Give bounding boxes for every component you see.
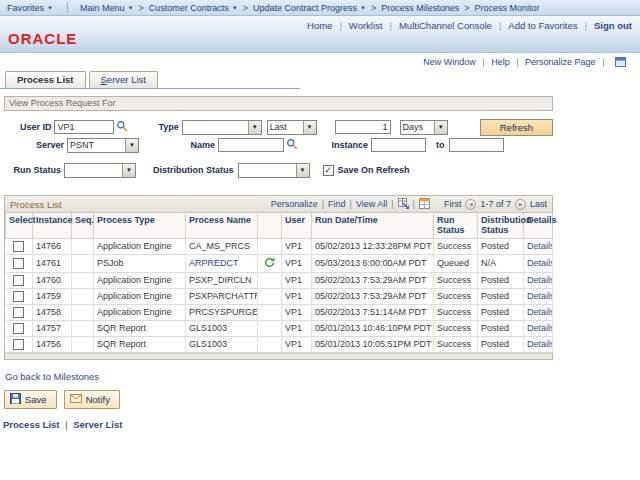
user-id-lookup-icon[interactable] xyxy=(116,120,128,134)
download-grid-icon[interactable] xyxy=(398,198,409,211)
go-back-to-milestones-link[interactable]: Go back to Milestones xyxy=(5,371,99,382)
breadcrumb-process-milestones[interactable]: Process Milestones xyxy=(381,3,459,13)
process-name-cell[interactable]: ARPREDCT xyxy=(189,258,239,268)
pager-previous-icon[interactable]: ◄ xyxy=(465,199,476,210)
run-status-label: Run Status xyxy=(4,165,61,175)
row-select-checkbox[interactable]: ✓ xyxy=(13,275,24,286)
process-type-cell: PSJob xyxy=(94,254,186,272)
process-list-grid: Process List Personalize | Find | View A… xyxy=(4,195,553,360)
groupbox-title: View Process Request For xyxy=(4,96,553,111)
user-cell: VP1 xyxy=(282,272,312,288)
breadcrumb-process-monitor[interactable]: Process Monitor xyxy=(475,3,540,13)
grid-pager: First ◄ 1-7 of 7 ► Last xyxy=(444,199,547,210)
breadcrumb-separator: > xyxy=(464,3,469,13)
grid-title: Process List xyxy=(10,199,62,210)
name-input[interactable] xyxy=(218,138,284,152)
worklist-link[interactable]: Worklist xyxy=(349,20,383,31)
server-select[interactable]: PSNT ▼ xyxy=(67,138,139,153)
tab-process-list[interactable]: Process List xyxy=(5,71,86,88)
distribution-status-select[interactable]: ▼ xyxy=(238,163,310,178)
user-cell: VP1 xyxy=(282,320,312,336)
instance-cell: 14758 xyxy=(33,304,72,320)
refresh-icon[interactable] xyxy=(264,257,275,270)
col-run-datetime: Run Date/Time xyxy=(312,213,434,238)
home-link[interactable]: Home xyxy=(307,20,332,31)
details-link[interactable]: Details xyxy=(527,323,553,333)
bottom-process-list-link[interactable]: Process List xyxy=(3,419,60,430)
user-cell: VP1 xyxy=(282,336,312,352)
pager-range: 1-7 of 7 xyxy=(480,199,511,209)
run-status-cell: Success xyxy=(434,238,478,254)
row-select-checkbox[interactable]: ✓ xyxy=(13,258,24,269)
run-status-select[interactable]: ▼ xyxy=(64,163,136,178)
run-status-cell: Success xyxy=(434,304,478,320)
process-type-cell: Application Engine xyxy=(94,304,186,320)
row-select-checkbox[interactable]: ✓ xyxy=(13,291,24,302)
multichannel-console-link[interactable]: MultiChannel Console xyxy=(399,20,492,31)
details-link[interactable]: Details xyxy=(527,275,553,285)
run-datetime-cell: 05/02/2013 7:51:14AM PDT xyxy=(312,304,434,320)
server-label: Server xyxy=(4,140,64,150)
details-link[interactable]: Details xyxy=(527,241,553,251)
last-select[interactable]: Last ▼ xyxy=(267,120,317,135)
col-process-type: Process Type xyxy=(94,213,186,238)
floppy-disk-icon xyxy=(10,393,21,406)
breadcrumb-update-contract-progress[interactable]: Update Contract Progress ▼ xyxy=(253,3,366,13)
to-label: to xyxy=(436,140,445,150)
details-link[interactable]: Details xyxy=(527,307,553,317)
save-on-refresh-checkbox[interactable]: ✓ xyxy=(323,165,334,176)
distribution-status-cell: Posted xyxy=(478,288,524,304)
app-header: ORACLE Home | Worklist | MultiChannel Co… xyxy=(0,16,640,53)
name-lookup-icon[interactable] xyxy=(286,138,298,152)
personalize-page-link[interactable]: Personalize Page xyxy=(525,57,596,67)
process-name-cell: CA_MS_PRCS xyxy=(189,241,250,251)
tab-server-list[interactable]: Server List xyxy=(89,71,158,88)
days-unit-select[interactable]: Days ▼ xyxy=(400,120,448,135)
instance-to-input[interactable] xyxy=(449,138,504,152)
process-name-cell: PSXPARCHATTR xyxy=(189,291,258,301)
instance-cell: 14760 xyxy=(33,272,72,288)
breadcrumb-customer-contracts[interactable]: Customer Contracts ▼ xyxy=(149,3,238,13)
personalize-link[interactable]: Personalize xyxy=(271,199,318,209)
save-button[interactable]: Save xyxy=(4,390,57,409)
add-to-favorites-link[interactable]: Add to Favorites xyxy=(508,20,577,31)
row-select-checkbox[interactable]: ✓ xyxy=(13,307,24,318)
instance-cell: 14761 xyxy=(33,254,72,272)
pager-next-icon[interactable]: ► xyxy=(515,199,526,210)
favorites-menu[interactable]: Favorites ▼ xyxy=(7,3,53,13)
row-select-checkbox[interactable]: ✓ xyxy=(13,323,24,334)
run-datetime-cell: 05/02/2013 7:53:29AM PDT xyxy=(312,272,434,288)
bottom-server-list-link[interactable]: Server List xyxy=(73,419,122,430)
find-link[interactable]: Find xyxy=(328,199,346,209)
process-type-cell: SQR Report xyxy=(94,320,186,336)
notify-button[interactable]: Notify xyxy=(64,390,120,409)
distribution-status-label: Distribution Status xyxy=(153,165,234,175)
process-type-cell: Application Engine xyxy=(94,272,186,288)
help-link[interactable]: Help xyxy=(491,57,510,67)
details-link[interactable]: Details xyxy=(527,258,553,268)
button-row: Save Notify xyxy=(4,390,640,409)
days-count-input[interactable] xyxy=(335,120,391,134)
breadcrumb-main-menu[interactable]: Main Menu ▼ xyxy=(80,3,133,13)
instance-from-input[interactable] xyxy=(371,138,426,152)
details-link[interactable]: Details xyxy=(527,291,553,301)
user-id-input[interactable] xyxy=(54,120,114,134)
row-select-checkbox[interactable]: ✓ xyxy=(13,339,24,350)
new-window-link[interactable]: New Window xyxy=(423,57,476,67)
name-label: Name xyxy=(169,140,215,150)
view-all-link[interactable]: View All xyxy=(356,199,387,209)
new-window-icon[interactable] xyxy=(615,57,626,69)
row-select-checkbox[interactable]: ✓ xyxy=(13,241,24,252)
col-instance: Instance xyxy=(33,213,72,238)
sign-out-link[interactable]: Sign out xyxy=(594,20,632,31)
spreadsheet-icon[interactable] xyxy=(419,198,430,211)
table-row: ✓ 14756 SQR Report GLS1003 VP1 05/01/201… xyxy=(6,336,553,352)
process-name-cell: PRCSYSPURGE xyxy=(189,307,258,317)
run-status-cell: Success xyxy=(434,320,478,336)
details-link[interactable]: Details xyxy=(527,339,553,349)
type-select[interactable]: ▼ xyxy=(182,120,262,135)
refresh-button[interactable]: Refresh xyxy=(480,119,553,136)
seq-cell xyxy=(72,254,94,272)
seq-cell xyxy=(72,304,94,320)
user-cell: VP1 xyxy=(282,238,312,254)
